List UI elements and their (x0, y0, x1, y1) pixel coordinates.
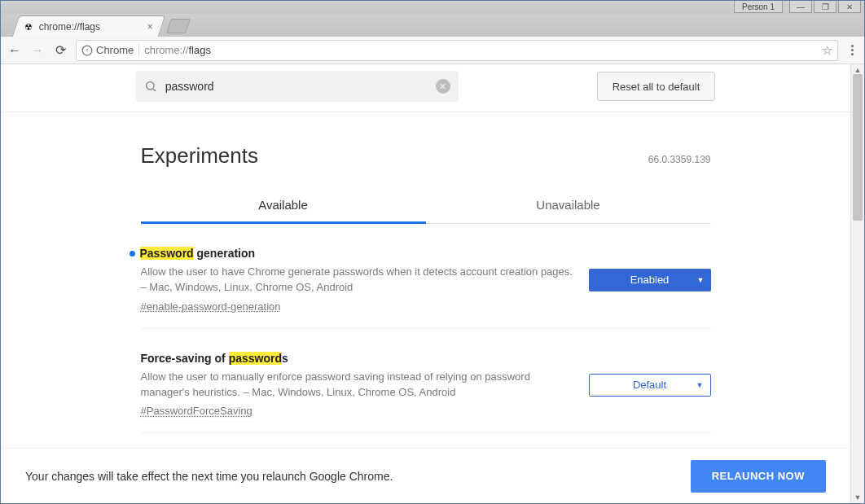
relaunch-bar: Your changes will take effect the next t… (1, 448, 850, 503)
window-titlebar: Person 1 ― ❐ ✕ (1, 1, 864, 14)
flags-page: ✕ Reset all to default Experiments 66.0.… (1, 64, 850, 503)
page-title: Experiments (141, 143, 259, 169)
profile-badge[interactable]: Person 1 (734, 0, 783, 13)
scroll-down-icon[interactable]: ▼ (851, 492, 864, 503)
version-label: 66.0.3359.139 (648, 154, 711, 165)
experiment-state-select[interactable]: Enabled ▼ (589, 269, 711, 291)
experiment-description: Allow the user to manually enforce passw… (141, 370, 579, 401)
clear-search-icon[interactable]: ✕ (436, 79, 450, 94)
browser-toolbar: ← → ⟳ Chrome chrome://flags ☆ (1, 37, 864, 64)
flags-header: ✕ Reset all to default (1, 64, 850, 112)
browser-tab[interactable]: ☢ chrome://flags × (12, 15, 165, 37)
select-value: Default (633, 379, 666, 391)
chevron-down-icon: ▼ (696, 381, 704, 389)
experiment-row: Password generation Allow the user to ha… (141, 224, 711, 329)
url-text: chrome://flags (144, 44, 211, 56)
reload-button[interactable]: ⟳ (53, 43, 68, 58)
search-input[interactable] (165, 80, 428, 93)
address-bar[interactable]: Chrome chrome://flags ☆ (76, 40, 838, 61)
radiation-icon: ☢ (23, 21, 34, 33)
experiment-title: Force-saving of passwords (141, 352, 579, 365)
forward-button: → (30, 43, 45, 58)
svg-point-3 (146, 82, 153, 90)
maximize-button[interactable]: ❐ (814, 0, 836, 13)
tabs-bar: Available Unavailable (141, 188, 711, 224)
select-value: Enabled (630, 274, 670, 286)
minimize-button[interactable]: ― (789, 0, 812, 13)
relaunch-message: Your changes will take effect the next t… (25, 470, 393, 483)
search-icon (144, 80, 157, 93)
relaunch-button[interactable]: RELAUNCH NOW (691, 460, 826, 493)
reset-all-button[interactable]: Reset all to default (597, 72, 716, 101)
tab-unavailable[interactable]: Unavailable (426, 188, 711, 223)
experiment-hash-link[interactable]: #PasswordForceSaving (141, 405, 252, 417)
back-button[interactable]: ← (7, 43, 22, 58)
search-box[interactable]: ✕ (136, 71, 459, 102)
experiment-title: Password generation (141, 247, 579, 260)
close-window-button[interactable]: ✕ (838, 0, 861, 13)
experiment-description: Allow the user to have Chrome generate p… (141, 265, 579, 296)
chevron-down-icon: ▼ (697, 276, 705, 284)
bookmark-star-icon[interactable]: ☆ (822, 43, 832, 58)
svg-line-4 (153, 89, 156, 91)
tab-strip: ☢ chrome://flags × (1, 14, 864, 37)
scheme-label: Chrome (96, 44, 134, 56)
modified-dot-icon (130, 251, 135, 256)
experiment-row: Force-saving of passwords Allow the user… (141, 329, 711, 434)
vertical-scrollbar[interactable]: ▲ ▼ (850, 64, 864, 503)
experiment-state-select[interactable]: Default ▼ (589, 374, 711, 397)
tab-available[interactable]: Available (141, 188, 426, 224)
new-tab-button[interactable] (166, 19, 191, 33)
scroll-thumb[interactable] (853, 74, 863, 221)
site-info-icon[interactable]: Chrome (81, 44, 134, 56)
close-tab-icon[interactable]: × (146, 21, 155, 33)
chrome-menu-button[interactable] (846, 45, 858, 55)
tab-title: chrome://flags (39, 21, 141, 33)
experiment-hash-link[interactable]: #enable-password-generation (141, 300, 281, 313)
omnibox-divider (138, 44, 139, 57)
window-controls: ― ❐ ✕ (789, 0, 861, 13)
